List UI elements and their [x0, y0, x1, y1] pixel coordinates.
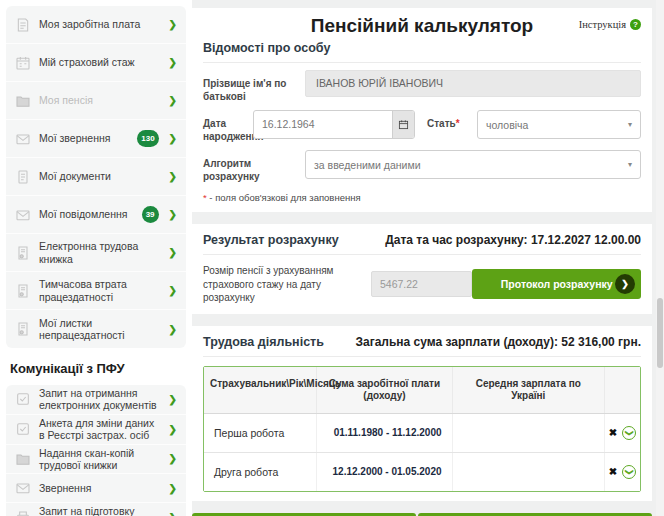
sidebar-item[interactable]: Мої документи ❯ [6, 158, 186, 196]
sidebar-item-label: Надання скан-копій трудової книжки [39, 447, 159, 472]
section-title-result: Результат розрахунку [203, 233, 339, 247]
work-table: Страхувальник\Рік\МісяцьСума заробітної … [203, 366, 641, 492]
chevron-right-icon: ❯ [169, 483, 177, 494]
sidebar: Моя заробітна плата ❯ Мій страховий стаж… [6, 6, 186, 516]
calendar-icon[interactable] [392, 111, 414, 138]
chevron-right-icon: ❯ [169, 512, 177, 516]
envelope-icon [15, 131, 31, 147]
sidebar-item-label: Анкета для зміни даних в Реєстрі застрах… [39, 417, 159, 442]
sidebar-item-label: Запит на отримання електронних документі… [39, 387, 159, 412]
calculation-datetime: Дата та час розрахунку: 17.12.2027 12.00… [385, 233, 641, 247]
employer-cell: Друга робота [204, 453, 317, 491]
help-icon[interactable]: ? [630, 19, 641, 30]
table-header-cell [605, 367, 640, 413]
sidebar-item[interactable]: Мої звернення 130 ❯ [6, 120, 186, 158]
printer-icon [15, 510, 31, 516]
section-title-work: Трудова діяльність [203, 335, 324, 349]
sidebar-item[interactable]: Мої повідомлення 39 ❯ [6, 196, 186, 234]
sidebar-item-label: Моя пенсія [39, 94, 159, 106]
count-badge: 130 [137, 130, 158, 147]
add-period-button[interactable]: Додати період ❯ [192, 513, 416, 516]
person-card: Пенсійний калькулятор Інструкція ? Відом… [192, 8, 652, 212]
fullname-label: Прізвище ім'я по батькові [203, 70, 305, 103]
sidebar-item[interactable]: Моя пенсія ❯ [6, 82, 186, 120]
sidebar-item[interactable]: Мої листки непрацездатності ❯ [6, 310, 186, 348]
total-salary: Загальна сума зарплати (доходу): 52 316,… [355, 335, 641, 349]
sidebar-card: Моя заробітна плата ❯ Мій страховий стаж… [6, 6, 186, 348]
sidebar-item-label: Мій страховий стаж [39, 56, 159, 68]
clear-update-pfu-button[interactable]: Очистити та оновити за даними ПФУ ❯ [418, 513, 652, 516]
chevron-right-icon: ❯ [169, 453, 177, 464]
main-panel: Пенсійний калькулятор Інструкція ? Відом… [192, 0, 656, 516]
fullname-field: ІВАНОВ ЮРІЙ ІВАНОВИЧ [305, 70, 641, 97]
gender-label: Стать* [427, 110, 477, 131]
sidebar-item-label: Мої документи [39, 170, 159, 182]
sidebar-card: Запит на отримання електронних документі… [6, 385, 186, 516]
pension-amount-label: Розмір пенсії з урахуванням страхового с… [203, 264, 371, 305]
table-body: Перша робота 01.11.1980 - 11.12.2000 ✖ ❯… [204, 414, 640, 491]
table-header-cell: Сума заробітної плати (доходу) [317, 367, 452, 413]
sidebar-item-label: Електронна трудова книжка [39, 240, 159, 265]
algorithm-select[interactable]: за введеними даними ▾ [305, 150, 641, 179]
chevron-right-icon: ❯ [169, 171, 177, 182]
page-title: Пенсійний калькулятор [203, 14, 641, 38]
pension-amount-field: 5467.22 [371, 271, 472, 297]
table-header-cell: Страхувальник\Рік\Місяць [204, 367, 317, 413]
chevron-right-icon: ❯ [169, 424, 177, 435]
delete-row-icon[interactable]: ✖ [609, 427, 617, 438]
sidebar-item[interactable]: Запит на отримання електронних документі… [6, 385, 186, 415]
chevron-right-icon: ❯ [169, 247, 177, 258]
sidebar-item-label: Моя заробітна плата [39, 18, 159, 30]
sidebar-item-label: Мої повідомлення [39, 208, 134, 220]
employer-cell: Перша робота [204, 414, 317, 452]
sidebar-item[interactable]: Тимчасова втрата працездатності ❯ [6, 272, 186, 310]
birthdate-input[interactable]: 16.12.1964 [253, 110, 415, 139]
sidebar-item-label: Тимчасова втрата працездатності [39, 278, 159, 303]
birthdate-gender-row: Дата народження* 16.12.1964 Стать* чолов… [203, 110, 641, 143]
sidebar-item[interactable]: Надання скан-копій трудової книжки ❯ [6, 445, 186, 475]
fullname-row: Прізвище ім'я по батькові ІВАНОВ ЮРІЙ ІВ… [203, 70, 641, 103]
sidebar-item[interactable]: Мій страховий стаж ❯ [6, 44, 186, 82]
form-icon [15, 391, 31, 407]
sidebar-item-label: Звернення [39, 482, 159, 494]
result-card: Результат розрахунку Дата та час розраху… [192, 224, 652, 314]
table-actions-row: Додати період ❯ Очистити та оновити за д… [192, 513, 652, 516]
sidebar-item[interactable]: Анкета для зміни даних в Реєстрі застрах… [6, 415, 186, 445]
caret-down-icon: ▾ [628, 160, 632, 169]
envelope-icon [15, 207, 31, 223]
table-header-cell: Середня зарплата по Україні [453, 367, 606, 413]
sidebar-section-header: Комунікації з ПФУ [6, 348, 186, 385]
sidebar-item-label: Запит на підготовку паперових документів [39, 505, 159, 516]
table-header-row: Страхувальник\Рік\МісяцьСума заробітної … [204, 367, 640, 414]
sidebar-item[interactable]: Електронна трудова книжка ❯ [6, 234, 186, 272]
chevron-right-icon: ❯ [169, 209, 177, 220]
instruction-link[interactable]: Інструкція ? [579, 19, 641, 30]
chevron-right-icon: ❯ [169, 133, 177, 144]
delete-row-icon[interactable]: ✖ [609, 466, 617, 477]
average-salary-cell [453, 453, 606, 491]
average-salary-cell [453, 414, 606, 452]
chevron-right-icon: ❯ [169, 57, 177, 68]
chevron-right-icon: ❯ [169, 324, 177, 335]
book-icon [15, 245, 31, 261]
file-icon [15, 169, 31, 185]
folder-icon [15, 451, 31, 467]
expand-row-icon[interactable]: ❯ [622, 465, 636, 479]
protocol-button[interactable]: Протокол розрахунку ❯ [472, 269, 641, 299]
arrow-right-icon: ❯ [615, 274, 635, 294]
book-icon [15, 321, 31, 337]
sidebar-item-label: Мої листки непрацездатності [39, 317, 159, 342]
period-cell: 01.11.1980 - 11.12.2000 [317, 414, 452, 452]
period-cell: 12.12.2000 - 01.05.2020 [317, 453, 452, 491]
doc-icon [15, 17, 31, 33]
scrollbar[interactable] [656, 0, 664, 516]
expand-row-icon[interactable]: ❯ [622, 426, 636, 440]
chevron-right-icon: ❯ [169, 285, 177, 296]
scrollbar-thumb[interactable] [657, 298, 663, 368]
sidebar-item[interactable]: Звернення ❯ [6, 474, 186, 503]
sidebar-item[interactable]: Запит на підготовку паперових документів… [6, 503, 186, 516]
section-title-person: Відомості про особу [203, 38, 641, 63]
gender-select[interactable]: чоловіча ▾ [477, 110, 641, 139]
count-badge: 39 [142, 206, 159, 223]
sidebar-item[interactable]: Моя заробітна плата ❯ [6, 6, 186, 44]
